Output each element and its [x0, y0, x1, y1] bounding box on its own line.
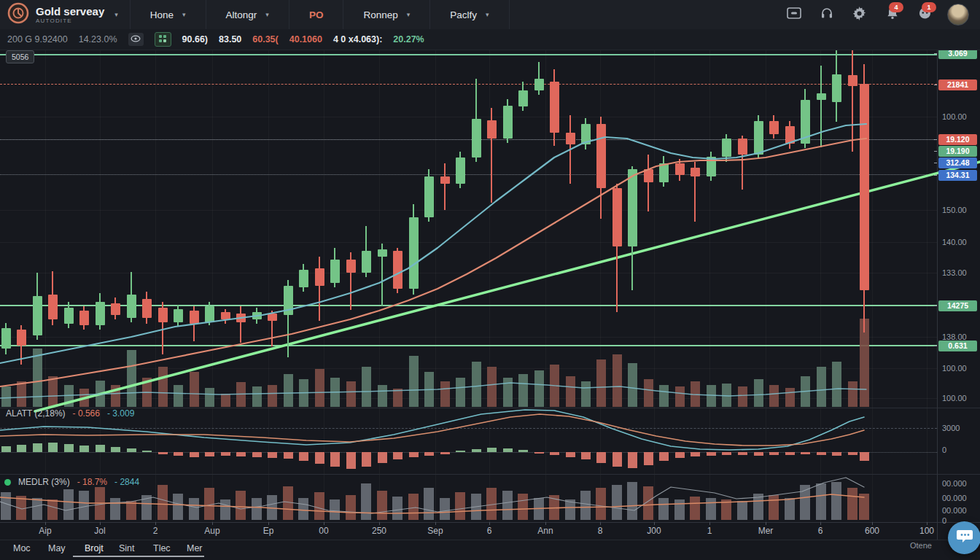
price-axis-label: 00.000 [942, 506, 967, 515]
time-axis-label: 250 [372, 526, 386, 536]
volume-bar [96, 381, 105, 407]
eye-icon-button[interactable] [128, 33, 144, 46]
candle-body [424, 176, 434, 217]
macd-histogram-bar [268, 452, 277, 458]
chip-icon-button[interactable] [155, 32, 171, 47]
nav-item-altongr[interactable]: Altongr▾ [206, 0, 289, 29]
macd-histogram-bar [378, 452, 387, 463]
display-panel-icon-button[interactable] [777, 0, 810, 29]
candle-wick [444, 163, 446, 210]
indicator2-bar [126, 501, 136, 520]
time-axis-tick [324, 522, 324, 525]
grid-vline [872, 50, 873, 522]
timeframe-mer[interactable]: Mer [187, 543, 203, 553]
candle-body [236, 314, 246, 322]
price-axis-badge: 312.48 [938, 158, 977, 168]
time-axis-label: 8 [598, 526, 603, 536]
messages-icon-button[interactable]: 1 [909, 0, 941, 29]
candle-body [17, 330, 26, 346]
volume-bar [675, 386, 685, 407]
nav-item-label: PO [309, 9, 324, 20]
price-axis-label: 0 [942, 516, 946, 525]
axis-tick [934, 85, 937, 85]
price-axis-badge: 134.31 [938, 170, 977, 181]
candle-body [644, 169, 653, 182]
nav-item-ronnep[interactable]: Ronnep▾ [343, 0, 429, 29]
volume-bar [848, 381, 858, 407]
price-axis-badge: 19.120 [938, 134, 977, 145]
macd-histogram-bar [33, 443, 42, 452]
volume-bar [487, 367, 497, 407]
ticker-value: 40.1060 [289, 34, 322, 44]
timeframe-may[interactable]: May [48, 543, 66, 553]
macd-histogram-bar [190, 452, 199, 457]
macd-histogram-bar [96, 445, 105, 452]
grid-vline [654, 50, 655, 522]
volume-bar [518, 374, 528, 407]
user-avatar-button[interactable] [941, 0, 974, 29]
candle-body [566, 133, 575, 144]
settings-gear-icon-button[interactable] [843, 0, 876, 29]
grid-hline [0, 242, 937, 243]
nav-item-po[interactable]: PO [289, 0, 343, 29]
volume-bar [785, 388, 795, 407]
macd-histogram-bar [534, 452, 544, 454]
volume-bar [832, 362, 841, 407]
price-axis-label: 00.000 [942, 494, 967, 502]
candle-body [362, 251, 371, 273]
timeframe-moc[interactable]: Moc [13, 543, 31, 553]
candle-body [33, 296, 42, 335]
settings-gear-icon [852, 7, 866, 23]
time-axis-label: Ann [537, 526, 553, 536]
candle-wick [852, 42, 853, 152]
indicator2-bar [189, 498, 199, 520]
indicator2-bar [267, 495, 277, 520]
candle-body [612, 188, 622, 246]
grid-vline [324, 50, 324, 522]
headset-icon-button[interactable] [810, 0, 843, 29]
indicator1-legend: ALATT (2,18%) - 0.566 - 3.009 [6, 408, 134, 419]
macd-histogram-bar [487, 448, 497, 452]
price-axis-badge: 19.190 [938, 146, 977, 157]
volume-bar [346, 381, 356, 407]
app-title: Gold serveay [36, 6, 104, 18]
price-axis-label: 133.00 [942, 268, 967, 277]
candle-body [48, 295, 58, 319]
indicator2-value2: - 2844 [114, 477, 139, 487]
pane-separator [0, 522, 980, 523]
timeframe-tlec[interactable]: Tlec [153, 543, 171, 553]
axis-tick [934, 346, 937, 346]
chat-fab-button[interactable] [948, 521, 980, 554]
nav-item-hone[interactable]: Hone▾ [130, 0, 206, 29]
time-axis-label: 00 [319, 526, 328, 536]
indicator2-bar [565, 499, 575, 520]
timeframe-brojt[interactable]: Brojt [85, 543, 104, 553]
axis-tick [934, 306, 937, 306]
notifications-bell-icon-button[interactable]: 4 [876, 0, 909, 29]
nav-item-label: Paclfy [450, 9, 477, 20]
candle-body [1, 328, 11, 349]
grid-hline [0, 273, 937, 273]
user-avatar [947, 4, 969, 26]
macd-histogram-bar [675, 452, 685, 458]
volume-bar [424, 372, 434, 407]
ticker-value: 20.27% [393, 34, 424, 44]
timeframe-sint[interactable]: Sint [119, 543, 135, 553]
indicator2-bar [455, 492, 465, 520]
nav-item-paclfy[interactable]: Paclfy▾ [429, 0, 509, 29]
notification-badge: 1 [922, 2, 936, 12]
candle-wick [319, 257, 320, 321]
candle-body [456, 158, 465, 184]
brand[interactable]: Gold serveay AUTODITE ▾ [0, 0, 130, 29]
grid-vline [45, 50, 46, 522]
macd-histogram-bar [236, 452, 246, 456]
volume-bar [17, 381, 26, 407]
macd-histogram-bar [48, 443, 58, 452]
ticker-value: 83.50 [219, 34, 241, 44]
time-axis-tick [709, 522, 710, 525]
macd-histogram-bar [691, 452, 700, 456]
price-axis-border[interactable] [937, 50, 938, 540]
indicator2-bar [330, 499, 340, 520]
chevron-down-icon: ▾ [486, 11, 489, 18]
macd-histogram-bar [330, 452, 340, 467]
